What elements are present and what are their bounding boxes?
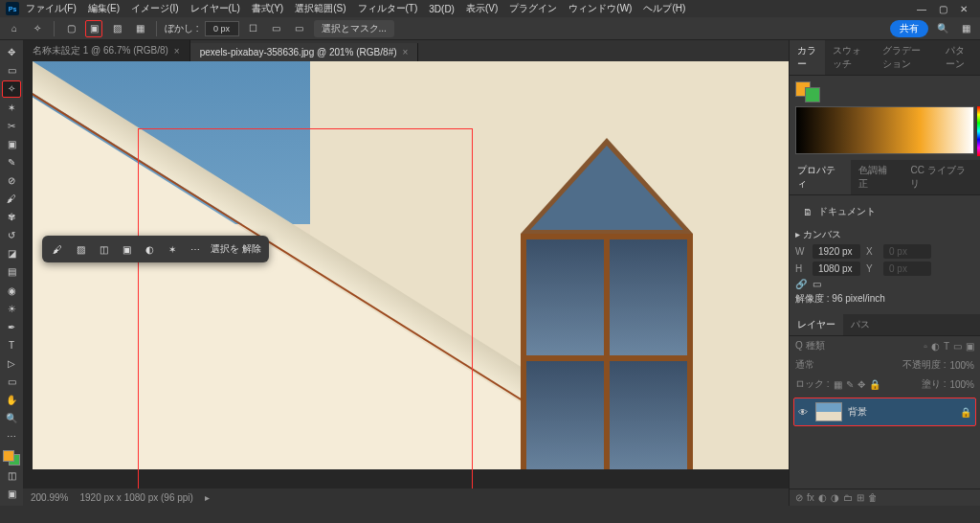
brush-icon[interactable]: 🖌 (50, 241, 65, 257)
menu-edit[interactable]: 編集(E) (83, 0, 124, 17)
magic-wand-tool[interactable]: ✶ (2, 100, 21, 116)
close-button[interactable]: ✕ (957, 2, 970, 15)
brush-tool[interactable]: 🖌 (2, 191, 21, 207)
selection-add-icon[interactable]: ▣ (85, 20, 102, 37)
pen-tool[interactable]: ✒ (2, 319, 21, 335)
lock-position-icon[interactable]: ✥ (858, 379, 865, 390)
blur-tool[interactable]: ◉ (2, 283, 21, 299)
select-and-mask-button[interactable]: 選択とマスク... (314, 20, 394, 37)
adjustment-icon[interactable]: ◑ (831, 492, 839, 503)
menu-image[interactable]: イメージ(I) (126, 0, 183, 17)
menu-3d[interactable]: 3D(D) (424, 2, 459, 16)
zoom-tool[interactable]: 🔍 (2, 410, 21, 426)
quickmask-toggle[interactable]: ◫ (2, 467, 21, 484)
menu-layer[interactable]: レイヤー(L) (186, 0, 245, 17)
more-icon[interactable]: ⋯ (188, 241, 203, 257)
subtract-selection-icon[interactable]: ▨ (73, 241, 88, 257)
tab-adjustments[interactable]: 色調補正 (851, 160, 902, 194)
filter-image-icon[interactable]: ▫ (924, 341, 927, 352)
status-chevron-icon[interactable]: ▸ (205, 492, 210, 503)
filter-smart-icon[interactable]: ▣ (966, 341, 974, 352)
filter-text-icon[interactable]: T (944, 341, 949, 352)
mask-selection-icon[interactable]: ▣ (119, 241, 134, 257)
feather-input[interactable] (205, 21, 239, 36)
tab-color[interactable]: カラー (790, 40, 825, 75)
menu-filter[interactable]: フィルター(T) (353, 0, 423, 17)
opacity-value[interactable]: 100% (949, 360, 974, 371)
menu-help[interactable]: ヘルプ(H) (638, 0, 690, 17)
tab-close-icon[interactable]: × (403, 47, 409, 57)
filter-shape-icon[interactable]: ▭ (953, 341, 962, 352)
delete-layer-icon[interactable]: 🗑 (868, 492, 878, 503)
tab-paths[interactable]: パス (843, 314, 878, 335)
deselect-button[interactable]: 選択を 解除 (211, 242, 261, 256)
fx-icon[interactable]: fx (807, 492, 814, 503)
menu-file[interactable]: ファイル(F) (21, 0, 81, 17)
gradient-tool[interactable]: ▤ (2, 263, 21, 280)
search-icon[interactable]: 🔍 (934, 20, 951, 37)
menu-view[interactable]: 表示(V) (461, 0, 502, 17)
invert-selection-icon[interactable]: ◫ (96, 241, 111, 257)
more-tools-button[interactable]: ⋯ (2, 428, 21, 444)
color-swatch[interactable] (3, 450, 20, 465)
group-icon[interactable]: 🗀 (843, 492, 853, 503)
link-icon[interactable]: 🔗 (795, 279, 807, 289)
menu-plugin[interactable]: プラグイン (504, 0, 562, 17)
move-tool[interactable]: ✥ (2, 44, 21, 60)
hand-tool[interactable]: ✋ (2, 392, 21, 408)
lasso-tool[interactable]: ✧ (2, 80, 21, 97)
tab-close-icon[interactable]: × (174, 46, 180, 57)
marquee-tool[interactable]: ▭ (2, 62, 21, 79)
workspace-icon[interactable]: ▦ (957, 20, 974, 37)
restore-button[interactable]: ▢ (936, 2, 949, 15)
contextual-task-bar[interactable]: 🖌 ▨ ◫ ▣ ◐ ✶ ⋯ 選択を 解除 (42, 236, 269, 262)
eyedropper-tool[interactable]: ✎ (2, 154, 21, 171)
lock-all-icon[interactable]: 🔒 (869, 379, 880, 390)
frame-tool[interactable]: ▣ (2, 136, 21, 152)
selection-subtract-icon[interactable]: ▨ (108, 20, 125, 37)
share-button[interactable]: 共有 (890, 20, 928, 37)
fill-selection-icon[interactable]: ◐ (142, 241, 157, 257)
path-tool[interactable]: ▷ (2, 355, 21, 372)
option-icon-b[interactable]: ▭ (291, 20, 308, 37)
visibility-icon[interactable]: 👁 (798, 407, 810, 418)
lasso-tool-icon[interactable]: ✧ (29, 20, 46, 37)
transform-selection-icon[interactable]: ✶ (165, 241, 180, 257)
tab-libraries[interactable]: CC ライブラリ (902, 160, 980, 194)
lock-transparency-icon[interactable]: ▦ (834, 379, 842, 390)
document-tab[interactable]: 名称未設定 1 @ 66.7% (RGB/8) × (23, 40, 190, 61)
selection-intersect-icon[interactable]: ▦ (131, 20, 148, 37)
menu-type[interactable]: 書式(Y) (247, 0, 288, 17)
tab-swatches[interactable]: スウォッチ (825, 40, 875, 75)
layer-filter[interactable]: Q 種類 (795, 339, 825, 352)
link-layers-icon[interactable]: ⊘ (795, 492, 803, 503)
document-tab[interactable]: pexels-pixabay-358636.jpg @ 201% (RGB/8#… (190, 43, 419, 61)
layer-row[interactable]: 👁 背景 🔒 (793, 398, 976, 426)
healing-tool[interactable]: ⊘ (2, 172, 21, 189)
eraser-tool[interactable]: ◪ (2, 245, 21, 262)
dodge-tool[interactable]: ☀ (2, 301, 21, 317)
orientation-icon[interactable]: ▭ (813, 279, 821, 289)
lock-icon[interactable]: 🔒 (960, 407, 971, 418)
foreground-color[interactable] (3, 450, 14, 462)
height-value[interactable]: 1080 px (813, 262, 860, 276)
filter-adjust-icon[interactable]: ◐ (931, 341, 940, 352)
option-icon-a[interactable]: ▭ (268, 20, 285, 37)
layer-name[interactable]: 背景 (848, 405, 954, 419)
zoom-level[interactable]: 200.99% (31, 492, 68, 503)
history-brush-tool[interactable]: ↺ (2, 227, 21, 243)
background-swatch[interactable] (805, 87, 820, 102)
selection-new-icon[interactable]: ▢ (62, 20, 79, 37)
tab-patterns[interactable]: パターン (938, 40, 980, 75)
new-layer-icon[interactable]: ⊞ (857, 492, 864, 503)
menu-select[interactable]: 選択範囲(S) (290, 0, 350, 17)
canvas-section[interactable]: カンバス (795, 228, 974, 241)
tab-gradients[interactable]: グラデーション (875, 40, 938, 75)
canvas-viewport[interactable] (23, 61, 789, 489)
menu-window[interactable]: ウィンドウ(W) (564, 0, 636, 17)
minimize-button[interactable]: — (915, 2, 928, 15)
home-icon[interactable]: ⌂ (6, 20, 23, 37)
screenmode-toggle[interactable]: ▣ (2, 486, 21, 502)
lock-image-icon[interactable]: ✎ (846, 379, 854, 390)
antialias-checkbox[interactable]: ☐ (245, 20, 262, 37)
